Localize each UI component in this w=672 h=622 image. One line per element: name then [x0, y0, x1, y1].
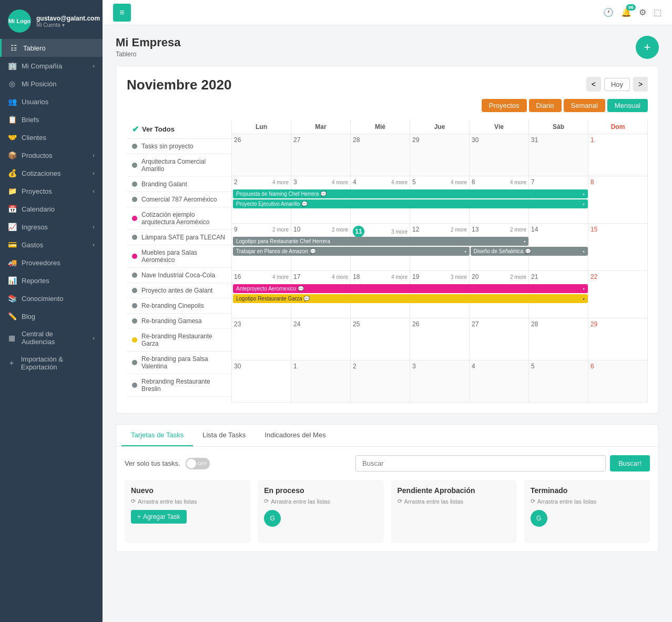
cal-cell[interactable]: 23 [232, 318, 291, 360]
user-account[interactable]: Mi Cuenta ▾ [36, 22, 100, 28]
tab-tarjetas[interactable]: Tarjetas de Tasks [121, 425, 193, 446]
cal-cell[interactable]: 26 [410, 318, 470, 360]
event-proyecto-ejecutivo[interactable]: Proyecto Ejecutivo Amarillo 💬▪ [233, 199, 588, 208]
cal-prev-button[interactable]: < [586, 77, 601, 92]
cal-cell[interactable]: 5 [529, 360, 588, 403]
proj-dot [132, 383, 137, 388]
sidebar-item-mi-compania[interactable]: 🏢 Mi Compañía ‹ [0, 57, 103, 75]
event-diseno-senaletica[interactable]: Diseño de Señalética 💬▪ [471, 247, 588, 256]
project-item[interactable]: Re-branding Gamesa [127, 314, 231, 329]
search-button[interactable]: Buscar! [610, 455, 650, 471]
project-item[interactable]: Re-branding Restaurante Garza [127, 329, 231, 352]
cal-cell[interactable]: 15 [588, 224, 648, 271]
event-propuesta-naming[interactable]: Propuesta de Naming Chef Herrera 💬▪ [233, 189, 588, 198]
settings-icon[interactable]: ⚙ [639, 7, 646, 17]
cal-today-button[interactable]: Hoy [604, 78, 630, 91]
usuarios-icon: 👥 [8, 97, 16, 106]
project-item[interactable]: Branding Galant [127, 177, 231, 192]
toggle-switch[interactable]: OFF [186, 458, 210, 469]
cal-cell[interactable]: 4 [470, 360, 529, 403]
sidebar-item-proveedores[interactable]: 🚚 Proveedores [0, 254, 103, 272]
cal-cell[interactable]: 8 [588, 176, 648, 224]
search-input[interactable] [355, 455, 606, 471]
breadcrumb: Tablero [116, 51, 659, 58]
project-item[interactable]: Arquitectura Comercial Amarillo [127, 154, 231, 177]
proj-dot [132, 216, 137, 221]
cal-cell[interactable]: 29 [410, 134, 470, 176]
project-item[interactable]: Nave Industrial Coca-Cola [127, 268, 231, 283]
project-item[interactable]: Lámpara SATE para TLECAN [127, 230, 231, 245]
clock-icon[interactable]: 🕐 [603, 7, 614, 17]
cal-cell[interactable]: 26 [232, 134, 291, 176]
cal-cell[interactable]: 3 [410, 360, 470, 403]
cal-cell[interactable]: 29 [588, 318, 648, 360]
sidebar-item-reportes[interactable]: 📊 Reportes [0, 272, 103, 289]
sidebar-item-label: Tablero [23, 44, 46, 52]
proj-dot [132, 318, 137, 324]
sidebar-item-ingresos[interactable]: 📈 Ingresos ‹ [0, 218, 103, 236]
cal-cell[interactable]: 6 [588, 360, 648, 403]
project-item[interactable]: Comercial 787 Aeroméxico [127, 192, 231, 207]
project-item[interactable]: Cotización ejemplo arquitectura Aeroméxi… [127, 207, 231, 230]
cal-cell[interactable]: 28 [529, 318, 588, 360]
cal-cell[interactable]: 2 [351, 360, 410, 403]
project-item[interactable]: Re-branding para Salsa Valentina [127, 352, 231, 374]
cal-cell[interactable]: 1 [291, 360, 351, 403]
sidebar-item-importacion[interactable]: ＋ Importación & Exportación [0, 350, 103, 376]
add-task-button[interactable]: + Agregar Task [131, 510, 187, 524]
event-logotipo-garza[interactable]: Logotipo Restaurante Garza 💬▪ [233, 294, 588, 303]
cal-cell[interactable]: 27 [291, 134, 351, 176]
sidebar-item-productos[interactable]: 📦 Productos ‹ [0, 146, 103, 164]
cal-cell[interactable]: 30 [232, 360, 291, 403]
proj-dot [132, 235, 137, 240]
project-name: Nave Industrial Coca-Cola [141, 272, 215, 279]
week-row-1: 26 27 28 29 30 31 1 [232, 134, 648, 176]
sidebar-item-clientes[interactable]: 🤝 Clientes [0, 128, 103, 146]
sidebar-item-cotizaciones[interactable]: 💰 Cotizaciones ‹ [0, 164, 103, 182]
cal-cell[interactable]: 30 [470, 134, 529, 176]
bell-icon[interactable]: 🔔 96 [621, 7, 632, 17]
tablero-icon: ☷ [9, 44, 18, 52]
project-item[interactable]: Proyecto antes de Galant [127, 283, 231, 298]
cal-cell[interactable]: 27 [470, 318, 529, 360]
week-row-3: 92 more 102 more 113 more 122 more [232, 224, 648, 271]
day-header-jue: Jue [410, 120, 470, 134]
project-item[interactable]: Re-branding Cinepolis [127, 298, 231, 314]
sidebar-item-usuarios[interactable]: 👥 Usuarios [0, 93, 103, 111]
sidebar-item-calendario[interactable]: 📅 Calendario [0, 200, 103, 218]
sidebar-item-tablero[interactable]: ☷ Tablero [0, 39, 103, 57]
cal-cell[interactable]: 1 [588, 134, 648, 176]
view-semanal-button[interactable]: Semanal [564, 99, 605, 112]
check-icon: ✔ [132, 124, 139, 134]
sidebar-item-conocimiento[interactable]: 📚 Conocimiento [0, 289, 103, 307]
cal-cell[interactable]: 22 [588, 271, 648, 318]
sidebar-item-gastos[interactable]: 💳 Gastos ‹ [0, 236, 103, 254]
drag-icon: ⟳ [398, 498, 402, 505]
project-item[interactable]: Tasks sin proyecto [127, 139, 231, 154]
user-email: gustavo@galant.com [36, 15, 100, 22]
tab-indicadores[interactable]: Indicadores del Mes [255, 425, 335, 446]
fab-button[interactable]: + [636, 36, 659, 59]
sidebar-item-briefs[interactable]: 📋 Briefs [0, 111, 103, 128]
hamburger-button[interactable]: ≡ [113, 4, 131, 22]
sidebar-item-blog[interactable]: ✏️ Blog [0, 307, 103, 325]
event-planos-amazon[interactable]: Trabajar en Planos de Amazon 💬▪ [233, 247, 470, 256]
logout-icon[interactable]: ⬚ [654, 7, 661, 17]
event-anteproyecto[interactable]: Anteproyecto Aeromexico 💬▪ [233, 284, 588, 293]
sidebar-item-central-audiencias[interactable]: ▦ Central de Audiencias ‹ [0, 325, 103, 350]
cal-cell[interactable]: 31 [529, 134, 588, 176]
cal-cell[interactable]: 25 [351, 318, 410, 360]
tab-content: Ver solo tus tasks. OFF Buscar! Nuevo [116, 447, 658, 551]
cal-cell[interactable]: 28 [351, 134, 410, 176]
event-logotipo-chef[interactable]: Logotipo para Restaurante Chef Herrera▪ [233, 237, 528, 246]
view-proyectos-button[interactable]: Proyectos [482, 99, 527, 112]
view-diario-button[interactable]: Diario [529, 99, 562, 112]
tab-lista[interactable]: Lista de Tasks [193, 425, 255, 446]
cal-next-button[interactable]: > [633, 77, 648, 92]
sidebar-item-mi-posicion[interactable]: ◎ Mi Posición [0, 75, 103, 93]
view-mensual-button[interactable]: Mensual [607, 99, 648, 112]
cal-cell[interactable]: 24 [291, 318, 351, 360]
project-item[interactable]: Rebranding Restaurante Breslin [127, 374, 231, 397]
sidebar-item-proyectos[interactable]: 📁 Proyectos ‹ [0, 182, 103, 200]
project-item[interactable]: Muebles para Salas Aeroméxico [127, 245, 231, 268]
